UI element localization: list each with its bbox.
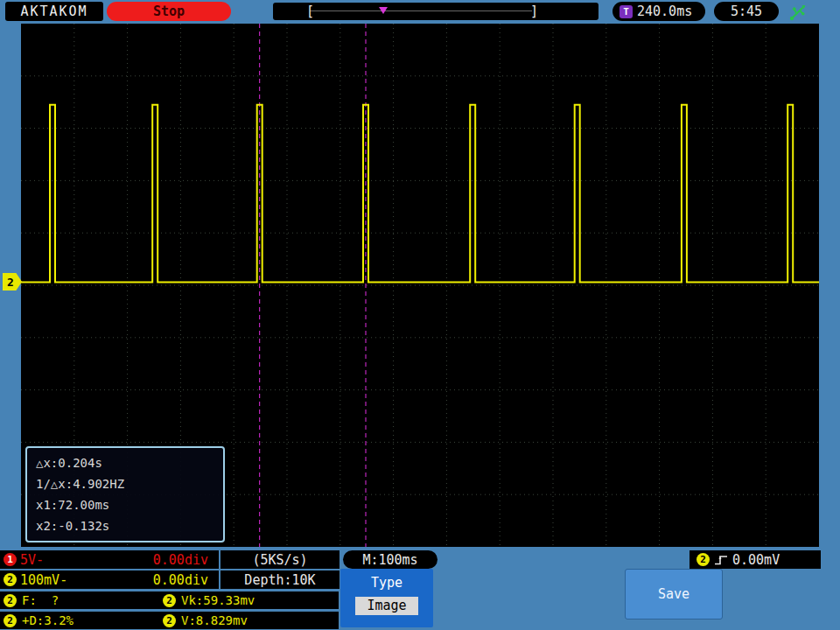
trigger-source-badge: 2	[696, 553, 710, 566]
ch1-status: 1 5V- 0.00div	[0, 550, 219, 569]
memory-depth-value: Depth:10K	[244, 572, 315, 588]
sample-rate-display: (5KS/s)	[220, 550, 340, 569]
trigger-position-marker-icon	[379, 7, 388, 14]
trigger-t-icon: T	[620, 5, 633, 18]
scope-screen: 2 △x:0.204s 1/△x:4.902HZ x1:72.00ms x2:-…	[21, 24, 819, 547]
ch2-status: 2 100mV- 0.00div	[0, 570, 219, 589]
save-menu-panel[interactable]: Type Image	[340, 569, 433, 627]
meas-frequency-value: F: ?	[22, 593, 59, 607]
trigger-offset-display: T 240.0ms	[612, 2, 705, 21]
ch2-badge: 2	[4, 573, 17, 586]
meas-v-badge: 2	[163, 614, 176, 627]
channel2-marker: 2	[3, 273, 22, 290]
meas-duty-badge: 2	[4, 614, 17, 627]
sample-rate-value: (5KS/s)	[252, 552, 307, 568]
run-stop-indicator: Stop	[107, 2, 231, 21]
brand-logo: AKTAKOM	[5, 2, 103, 21]
cursor-frequency-value: 1/△x:4.902HZ	[36, 473, 214, 494]
trigger-offset-value: 240.0ms	[637, 4, 692, 19]
clock-value: 5:45	[731, 4, 762, 19]
trigger-position-bar: [ ]	[273, 3, 598, 20]
cursor-dx-value: △x:0.204s	[36, 452, 214, 473]
window-left-bracket: [	[306, 3, 314, 20]
clock-display: 5:45	[714, 2, 779, 21]
timebase-value: M:100ms	[362, 552, 417, 568]
trigger-level-value: 0.00mV	[732, 552, 780, 568]
top-bar: AKTAKOM Stop [ ] T 240.0ms 5:45	[0, 0, 840, 23]
ch1-position: 0.00div	[153, 552, 208, 568]
trigger-level-display: 2 0.00mV	[690, 550, 821, 569]
meas-vk-value: Vk:59.33mv	[181, 593, 255, 607]
meas-vk-badge: 2	[163, 594, 176, 607]
menu-type-value[interactable]: Image	[355, 597, 418, 615]
measurement-row-1: 2 F: ? 2 Vk:59.33mv	[0, 592, 339, 609]
cursor-readout: △x:0.204s 1/△x:4.902HZ x1:72.00ms x2:-0.…	[25, 446, 225, 542]
save-button[interactable]: Save	[625, 569, 723, 620]
meas-frequency-badge: 2	[4, 594, 17, 607]
cursor-x2-value: x2:-0.132s	[36, 515, 214, 536]
rising-edge-icon	[714, 553, 728, 567]
window-right-bracket: ]	[530, 3, 538, 20]
record-line	[310, 10, 532, 11]
memory-depth-display: Depth:10K	[220, 570, 340, 589]
ch2-position: 0.00div	[153, 572, 208, 588]
ch2-scale: 100mV-	[20, 572, 67, 588]
meas-duty-value: +D:3.2%	[22, 613, 74, 627]
ch1-scale: 5V-	[20, 552, 44, 568]
measurement-row-2: 2 +D:3.2% 2 V:8.829mv	[0, 612, 339, 629]
usb-icon	[789, 2, 808, 21]
menu-type-label: Type	[340, 575, 433, 591]
ch1-badge: 1	[4, 553, 17, 566]
timebase-display: M:100ms	[343, 550, 438, 569]
cursor-x1-value: x1:72.00ms	[36, 494, 214, 515]
meas-v-value: V:8.829mv	[181, 613, 248, 627]
